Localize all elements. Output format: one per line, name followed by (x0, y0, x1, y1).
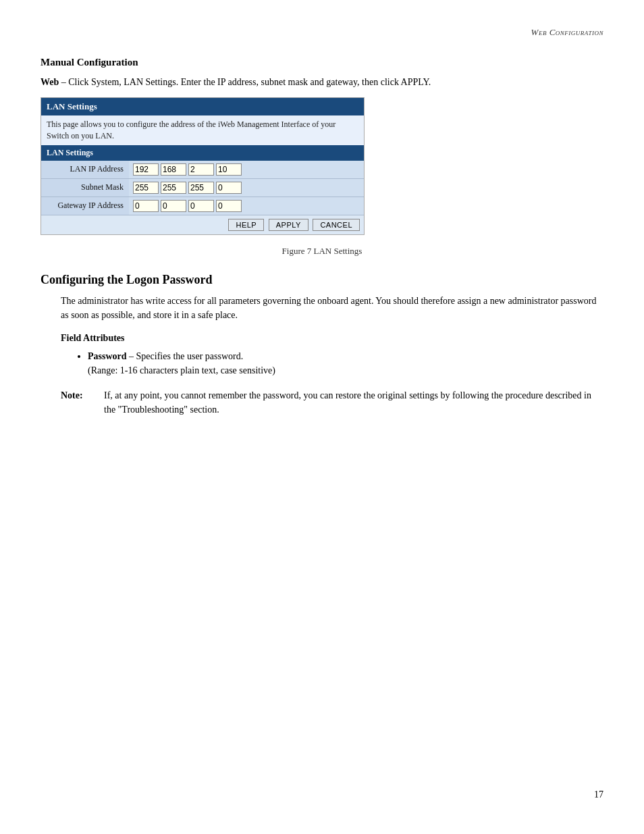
note-text: If, at any point, you cannot remember th… (104, 388, 603, 417)
subnet-mask-octet-1[interactable] (133, 182, 159, 194)
field-attributes-title: Field Attributes (61, 333, 603, 344)
manual-config-section: Manual Configuration Web – Click System,… (41, 57, 603, 89)
logon-intro-text: The administrator has write access for a… (61, 294, 603, 322)
lan-ip-label: LAN IP Address (41, 161, 129, 179)
lan-ip-octet-2[interactable] (161, 163, 186, 176)
manual-config-text: – Click System, LAN Settings. Enter the … (59, 77, 431, 87)
gateway-ip-inputs (129, 197, 364, 215)
web-bold-label: Web (41, 77, 59, 87)
gateway-ip-octet-2[interactable] (161, 200, 186, 212)
subnet-mask-row: Subnet Mask (41, 178, 364, 197)
subnet-mask-octet-4[interactable] (216, 182, 242, 194)
gateway-ip-row: Gateway IP Address (41, 197, 364, 215)
lan-table-header: LAN Settings (41, 145, 364, 161)
subnet-mask-label: Subnet Mask (41, 178, 129, 197)
password-text: – Specifies the user password. (127, 351, 244, 361)
subnet-mask-octet-2[interactable] (161, 182, 186, 194)
lan-ip-octet-3[interactable] (188, 163, 214, 176)
password-label: Password (88, 351, 127, 361)
lan-settings-widget: LAN Settings This page allows you to con… (41, 97, 365, 235)
note-block: Note: If, at any point, you cannot remem… (61, 388, 603, 417)
logon-password-section: Configuring the Logon Password The admin… (41, 273, 603, 417)
note-label: Note: (61, 388, 96, 417)
help-button[interactable]: HELP (228, 219, 264, 231)
page-header: Web Configuration (41, 27, 603, 38)
lan-settings-widget-header: LAN Settings (41, 98, 364, 115)
subnet-mask-octet-3[interactable] (188, 182, 214, 194)
lan-ip-row: LAN IP Address (41, 161, 364, 179)
gateway-ip-octet-4[interactable] (216, 200, 242, 212)
lan-settings-description: This page allows you to configure the ad… (41, 115, 364, 145)
gateway-ip-octet-1[interactable] (133, 200, 159, 212)
cancel-button[interactable]: CANCEL (313, 219, 360, 231)
manual-config-title: Manual Configuration (41, 57, 603, 68)
lan-ip-inputs (129, 161, 364, 179)
lan-settings-table: LAN Settings LAN IP Address Subnet Mask (41, 145, 364, 215)
gateway-ip-octet-3[interactable] (188, 200, 214, 212)
lan-button-row: HELP APPLY CANCEL (41, 215, 364, 234)
logon-section-title: Configuring the Logon Password (41, 273, 603, 287)
lan-ip-octet-1[interactable] (133, 163, 159, 176)
subnet-mask-inputs (129, 178, 364, 197)
apply-button[interactable]: APPLY (269, 219, 308, 231)
manual-config-description: Web – Click System, LAN Settings. Enter … (41, 75, 603, 89)
page-number: 17 (594, 789, 603, 800)
web-config-title: Web Configuration (531, 27, 603, 37)
password-range: (Range: 1-16 characters plain text, case… (88, 365, 275, 375)
password-bullet: Password – Specifies the user password. … (88, 349, 603, 377)
lan-ip-octet-4[interactable] (216, 163, 242, 176)
figure-caption: Figure 7 LAN Settings (41, 246, 603, 257)
gateway-ip-label: Gateway IP Address (41, 197, 129, 215)
